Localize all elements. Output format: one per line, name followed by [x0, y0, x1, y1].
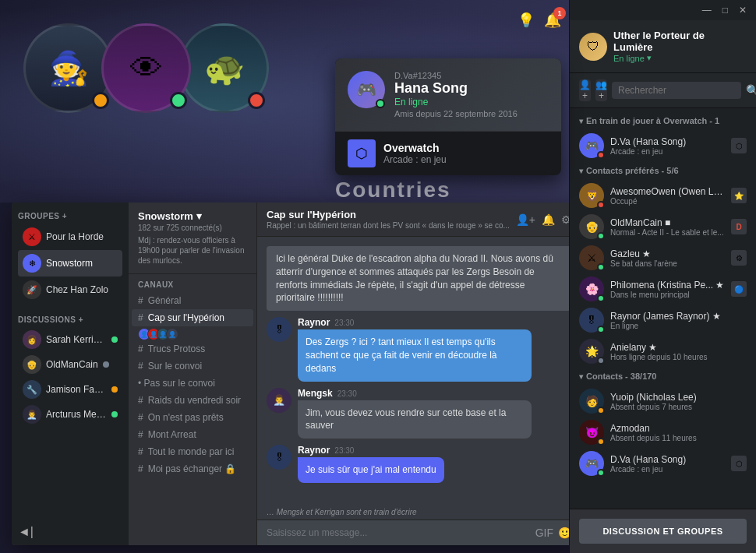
friend-gazleu[interactable]: ⚔ Gazleu ★ Se bat dans l'arène ⚙ [570, 242, 756, 273]
system-msg-text: Ici le général Duke de l'escadron alpha … [276, 252, 562, 305]
raynor-author: Raynor [298, 317, 330, 328]
disc-kerrigan[interactable]: 👩 Sarah Kerrigan [18, 327, 122, 352]
gif-icon[interactable]: GIF [535, 527, 553, 539]
channel-trucs-protoss[interactable]: # Trucs Protoss [129, 340, 256, 358]
minimize-btn[interactable]: — [699, 3, 715, 17]
channel-hyperion[interactable]: # Cap sur l'Hypérion [132, 309, 253, 326]
add-group-btn[interactable]: 👥+ [595, 79, 607, 101]
popup-user-avatar: 🎮 [348, 71, 385, 108]
channel-raids[interactable]: # Raids du vendredi soir [129, 392, 256, 409]
disc-fawkes[interactable]: 🔧 Jamison Fawkes [18, 377, 122, 402]
add-friend-icon[interactable]: 👤+ [516, 213, 535, 226]
section-contacts[interactable]: Contacts - 38/170 [570, 367, 756, 386]
friends-search[interactable] [612, 82, 741, 99]
msg-raynor-2-header: Raynor 23:30 [298, 445, 571, 456]
friend-raynor[interactable]: 🎖 Raynor (James Raynor) ★ En ligne [570, 305, 756, 336]
raynor-avatar-1: 🎖 [267, 317, 291, 342]
disc-mengsk[interactable]: 👨‍💼 Arcturus Mengsk [18, 402, 122, 427]
chat-header-info: Cap sur l'Hypérion Rappel : un bâtiment … [267, 209, 510, 230]
add-friend-btn[interactable]: 👤+ [579, 79, 591, 101]
dva2-status-dot [597, 469, 605, 477]
mengsk-avatar: 👨‍💼 [23, 405, 41, 424]
sidebar-item-hanzolo[interactable]: 🚀 Chez Han Zolo [18, 276, 122, 303]
dva-status-dot [597, 151, 605, 159]
right-panel: — □ ✕ 🛡 Uther le Porteur de Lumière En l… [569, 0, 756, 553]
msg-mengsk-content: Mengsk 23:30 Jim, vous devez vous rendre… [298, 388, 571, 439]
search-icon[interactable]: 🔍 [746, 84, 756, 97]
friend-dva-2[interactable]: 🎮 D.Va (Hana Song) Arcade : en jeu ⬡ [570, 448, 756, 479]
discussion-groups-btn[interactable]: DISCUSSION ET GROUPES [579, 519, 747, 544]
channel-hyperion-users: 👤 👤 👤 👤 [129, 328, 256, 340]
window-controls: — □ ✕ [570, 0, 756, 20]
channel-tout-le-monde[interactable]: # Tout le monde par ici [129, 443, 256, 460]
raynor-bubble-1: Des Zergs ? ici ? tant mieux Il est temp… [298, 329, 532, 381]
dva2-game-icon: ⬡ [731, 456, 747, 471]
popup-game-section: ⬡ Overwatch Arcade : en jeu [335, 131, 561, 175]
bell-icon[interactable]: 🔔 1 [544, 12, 561, 29]
friend-philomena[interactable]: 🌸 Philomena (Kristina Pe... ★ Dans le me… [570, 273, 756, 305]
disc-oldmancain[interactable]: 👴 OldManCain [18, 352, 122, 377]
server-name[interactable]: Snowstorm ▾ [138, 210, 247, 222]
popup-status: En ligne [394, 97, 549, 107]
mengsk-label: Arcturus Mengsk [46, 409, 107, 420]
friend-yuoip[interactable]: 🧑 Yuoip (Nicholas Lee) Absent depuis 7 h… [570, 386, 756, 417]
channel-pas-sur-convoi[interactable]: • Pas sur le convoi [129, 375, 256, 392]
current-user-status[interactable]: En ligne ▾ [613, 53, 747, 63]
friend-dva[interactable]: 🎮 D.Va (Hana Song) Arcade : en jeu ⬡ [570, 130, 756, 161]
bottom-section: DISCUSSION ET GROUPES [570, 509, 756, 553]
close-btn[interactable]: ✕ [736, 3, 750, 17]
horde-label: Pour la Horde [46, 231, 104, 242]
yuoip-avatar: 🧑 [579, 389, 604, 414]
section-favorites[interactable]: Contacts préférés - 5/6 [570, 161, 756, 180]
mengsk-avatar-chat: 👨‍💼 [267, 388, 291, 413]
maximize-btn[interactable]: □ [719, 3, 731, 17]
mengsk-status [111, 411, 118, 417]
friend-anielany[interactable]: 🌟 Anielany ★ Hors ligne depuis 10 heures [570, 336, 756, 367]
philomena-status-dot [597, 294, 605, 302]
discussions-title[interactable]: DISCUSSIONS + [18, 315, 122, 324]
gazleu-name: Gazleu ★ [610, 248, 725, 259]
notification-icon[interactable]: 🔔 [542, 213, 555, 226]
popup-user-info: D.Va#12345 Hana Song En ligne Amis depui… [394, 71, 549, 118]
channels-title: CANAUX [129, 274, 256, 292]
sidebar-item-snowstorm[interactable]: ❄ Snowstorm [18, 250, 122, 276]
msg-raynor-2: 🎖 Raynor 23:30 Je suis sûr que j'ai mal … [257, 442, 581, 486]
back-button[interactable]: ◄| [12, 519, 129, 545]
sidebar-item-horde[interactable]: ⚔ Pour la Horde [18, 224, 122, 250]
popup-username: D.Va#12345 [394, 71, 549, 80]
chat-input-area: GIF 🙂 [257, 520, 581, 545]
friend-azmodan[interactable]: 😈 Azmodan Absent depuis 11 heures [570, 417, 756, 448]
section-overwatch[interactable]: En train de jouer à Overwatch - 1 [570, 111, 756, 130]
hero-avatar-2-status [170, 92, 187, 109]
chat-input[interactable] [267, 527, 529, 538]
right-panel-header: 🛡 Uther le Porteur de Lumière En ligne ▾ [570, 20, 756, 73]
snowstorm-avatar: ❄ [23, 254, 41, 273]
dva2-info: D.Va (Hana Song) Arcade : en jeu [610, 454, 725, 474]
friend-owen[interactable]: 🦁 AwesomeOwen (Owen Lee) ★ Occupé ⭐ [570, 180, 756, 211]
oldmancain-status-dot [597, 232, 605, 240]
owen-status-dot [597, 201, 605, 209]
friend-oldmancain[interactable]: 👴 OldManCain ■ Normal - Acte II - Le sab… [570, 211, 756, 242]
msg-raynor-1: 🎖 Raynor 23:30 Des Zergs ? ici ? tant mi… [257, 314, 581, 384]
channel-moi-pas[interactable]: # Moi pas échanger 🔒 [129, 460, 256, 477]
channel-mont-arreat[interactable]: # Mont Arreat [129, 426, 256, 443]
mengsk-time: 23:30 [337, 389, 357, 398]
gazleu-game-icon: ⚙ [731, 250, 747, 266]
raynor-friend-avatar: 🎖 [579, 308, 604, 333]
bulb-icon[interactable]: 💡 [518, 12, 535, 29]
anielany-activity: Hors ligne depuis 10 heures [610, 353, 747, 361]
popup-status-indicator [376, 99, 385, 108]
dva-info: D.Va (Hana Song) Arcade : en jeu [610, 136, 725, 156]
system-message: Ici le général Duke de l'escadron alpha … [267, 246, 571, 311]
channel-sur-le-convoi[interactable]: # Sur le convoi [129, 358, 256, 375]
groups-title[interactable]: GROUPES + [18, 212, 122, 220]
oldmancain-activity: Normal - Acte II - Le sable et le... [610, 228, 725, 237]
raynor-bubble-2: Je suis sûr que j'ai mal entendu [298, 457, 444, 483]
raynor-friend-name: Raynor (James Raynor) ★ [610, 311, 747, 322]
oldmancain-avatar: 👴 [23, 355, 41, 374]
friends-list: En train de jouer à Overwatch - 1 🎮 D.Va… [570, 108, 756, 509]
channel-general[interactable]: # Général [129, 292, 256, 309]
horde-avatar: ⚔ [23, 227, 41, 246]
dva2-activity: Arcade : en jeu [610, 465, 725, 474]
channel-on-est-pas[interactable]: # On n'est pas prêts [129, 409, 256, 426]
